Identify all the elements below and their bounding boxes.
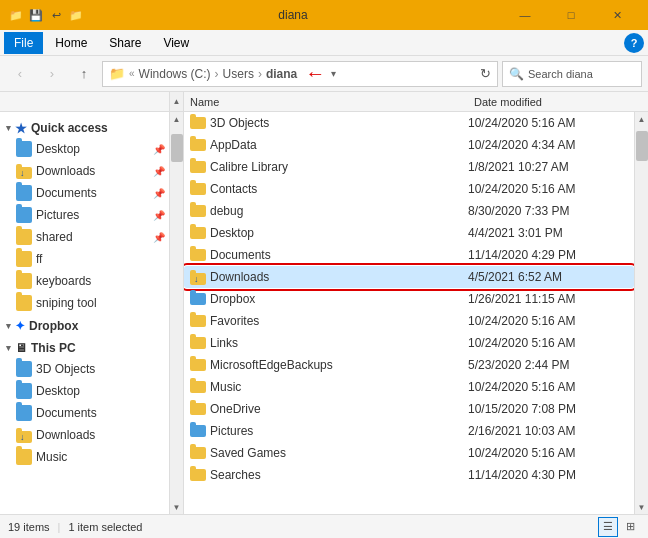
- quick-access-star-icon: ★: [15, 121, 27, 136]
- table-row[interactable]: Desktop 4/4/2021 3:01 PM: [184, 222, 634, 244]
- scroll-left-up[interactable]: ▲: [170, 112, 184, 126]
- table-row[interactable]: Links 10/24/2020 5:16 AM: [184, 332, 634, 354]
- file-date: 10/24/2020 4:34 AM: [468, 138, 628, 152]
- file-name-text: Favorites: [210, 314, 259, 328]
- ribbon: File Home Share View ?: [0, 30, 648, 56]
- folder-icon: [190, 161, 206, 173]
- file-name-text: Dropbox: [210, 292, 255, 306]
- sidebar-pc-3d-label: 3D Objects: [36, 362, 165, 376]
- sidebar-item-keyboards[interactable]: keyboards: [0, 270, 169, 292]
- sidebar-pc-documents[interactable]: Documents: [0, 402, 169, 424]
- folder-icon: [190, 469, 206, 481]
- col-name-header[interactable]: Name: [190, 96, 219, 108]
- file-name-text: MicrosoftEdgeBackups: [210, 358, 333, 372]
- table-row[interactable]: MicrosoftEdgeBackups 5/23/2020 2:44 PM: [184, 354, 634, 376]
- close-button[interactable]: ✕: [594, 0, 640, 30]
- folder-icon: [190, 359, 206, 371]
- sidebar-item-desktop[interactable]: Desktop 📌: [0, 138, 169, 160]
- scroll-right-down[interactable]: ▼: [635, 500, 649, 514]
- table-row[interactable]: ↓ Downloads 4/5/2021 6:52 AM: [184, 266, 634, 288]
- address-part-diana[interactable]: diana: [266, 67, 297, 81]
- refresh-button[interactable]: ↻: [480, 66, 491, 81]
- scroll-up-arrow[interactable]: ▲: [170, 92, 184, 111]
- table-row[interactable]: 3D Objects 10/24/2020 5:16 AM: [184, 112, 634, 134]
- minimize-button[interactable]: —: [502, 0, 548, 30]
- view-tiles-button[interactable]: ⊞: [620, 517, 640, 537]
- sidebar-item-downloads[interactable]: ↓ Downloads 📌: [0, 160, 169, 182]
- address-bar[interactable]: 📁 « Windows (C:) › Users › diana ← ▾ ↻: [102, 61, 498, 87]
- right-scroll-thumb: [636, 131, 648, 161]
- file-name-text: Downloads: [210, 270, 269, 284]
- sidebar-pc-music[interactable]: Music: [0, 446, 169, 468]
- table-row[interactable]: OneDrive 10/15/2020 7:08 PM: [184, 398, 634, 420]
- column-headers: ▲ Name Date modified: [0, 92, 648, 112]
- folder-icon-small: 📁: [68, 7, 84, 23]
- search-box[interactable]: 🔍: [502, 61, 642, 87]
- sidebar-keyboards-label: keyboards: [36, 274, 165, 288]
- folder-icon-sniping: [16, 295, 32, 311]
- file-date: 10/24/2020 5:16 AM: [468, 380, 628, 394]
- tab-share[interactable]: Share: [99, 32, 151, 54]
- table-row[interactable]: Dropbox 1/26/2021 11:15 AM: [184, 288, 634, 310]
- back-button[interactable]: ‹: [6, 60, 34, 88]
- pc-icon: 🖥: [15, 341, 27, 355]
- pin-icon-3: 📌: [153, 188, 165, 199]
- table-row[interactable]: Searches 11/14/2020 4:30 PM: [184, 464, 634, 486]
- file-name-text: Links: [210, 336, 238, 350]
- window-title: diana: [90, 8, 496, 22]
- search-input[interactable]: [528, 68, 635, 80]
- sidebar-pictures-label: Pictures: [36, 208, 149, 222]
- sidebar-pc-downloads-label: Downloads: [36, 428, 165, 442]
- folder-icon-keyboards: [16, 273, 32, 289]
- address-chevron[interactable]: ▾: [331, 68, 336, 79]
- table-row[interactable]: Pictures 2/16/2021 10:03 AM: [184, 420, 634, 442]
- sidebar-item-ff[interactable]: ff: [0, 248, 169, 270]
- forward-button[interactable]: ›: [38, 60, 66, 88]
- scroll-right-up[interactable]: ▲: [635, 112, 649, 126]
- tab-home[interactable]: Home: [45, 32, 97, 54]
- tab-file[interactable]: File: [4, 32, 43, 54]
- sidebar-thispc-header[interactable]: ▾ 🖥 This PC: [0, 336, 169, 358]
- sidebar-pc-3dobjects[interactable]: 3D Objects: [0, 358, 169, 380]
- scroll-left-down[interactable]: ▼: [170, 500, 184, 514]
- sidebar-item-shared[interactable]: shared 📌: [0, 226, 169, 248]
- sidebar-item-documents[interactable]: Documents 📌: [0, 182, 169, 204]
- scroll-track: [170, 126, 184, 500]
- folder-icon: [190, 337, 206, 349]
- sidebar-pc-downloads[interactable]: ↓ Downloads: [0, 424, 169, 446]
- file-list: 3D Objects 10/24/2020 5:16 AM AppData 10…: [184, 112, 634, 514]
- sidebar-quick-access-header[interactable]: ▾ ★ Quick access: [0, 116, 169, 138]
- address-part-c[interactable]: Windows (C:): [139, 67, 211, 81]
- sidebar-item-sniping[interactable]: sniping tool: [0, 292, 169, 314]
- help-button[interactable]: ?: [624, 33, 644, 53]
- folder-onedrive-icon: [190, 403, 206, 415]
- address-icon: 📁: [109, 66, 125, 81]
- table-row[interactable]: debug 8/30/2020 7:33 PM: [184, 200, 634, 222]
- item-count: 19 items: [8, 521, 50, 533]
- folder-icon-shared: [16, 229, 32, 245]
- address-part-users[interactable]: Users: [223, 67, 254, 81]
- table-row[interactable]: Calibre Library 1/8/2021 10:27 AM: [184, 156, 634, 178]
- table-row[interactable]: AppData 10/24/2020 4:34 AM: [184, 134, 634, 156]
- maximize-button[interactable]: □: [548, 0, 594, 30]
- file-date: 10/24/2020 5:16 AM: [468, 336, 628, 350]
- file-date: 10/24/2020 5:16 AM: [468, 446, 628, 460]
- view-details-button[interactable]: ☰: [598, 517, 618, 537]
- tab-view[interactable]: View: [153, 32, 199, 54]
- table-row[interactable]: Favorites 10/24/2020 5:16 AM: [184, 310, 634, 332]
- table-row[interactable]: Contacts 10/24/2020 5:16 AM: [184, 178, 634, 200]
- table-row[interactable]: Documents 11/14/2020 4:29 PM: [184, 244, 634, 266]
- red-arrow-icon: ←: [305, 62, 325, 85]
- file-name-text: Desktop: [210, 226, 254, 240]
- sidebar-item-pictures[interactable]: Pictures 📌: [0, 204, 169, 226]
- dropbox-chevron: ▾: [6, 321, 11, 331]
- sidebar-pc-desktop[interactable]: Desktop: [0, 380, 169, 402]
- file-name: 3D Objects: [190, 116, 468, 130]
- file-date: 10/15/2020 7:08 PM: [468, 402, 628, 416]
- col-date-header[interactable]: Date modified: [474, 92, 634, 111]
- left-scrollbar: ▲ ▼: [170, 112, 184, 514]
- table-row[interactable]: Saved Games 10/24/2020 5:16 AM: [184, 442, 634, 464]
- sidebar-dropbox-header[interactable]: ▾ ✦ Dropbox: [0, 314, 169, 336]
- up-button[interactable]: ↑: [70, 60, 98, 88]
- table-row[interactable]: Music 10/24/2020 5:16 AM: [184, 376, 634, 398]
